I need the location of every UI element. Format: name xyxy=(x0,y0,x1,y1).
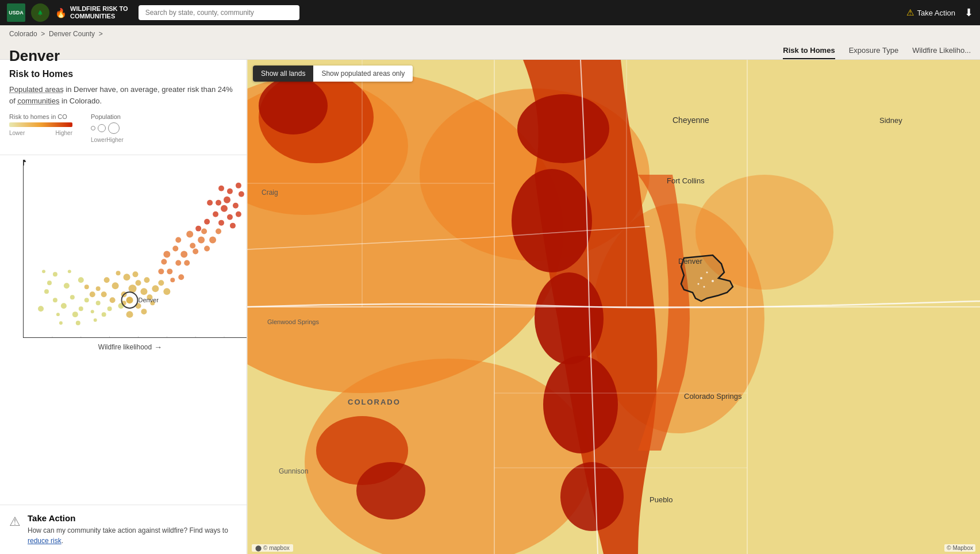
svg-point-60 xyxy=(186,231,193,238)
svg-text:Pueblo: Pueblo xyxy=(650,495,672,504)
svg-point-67 xyxy=(213,211,218,217)
svg-point-105 xyxy=(543,356,618,453)
tab-wildfire-likelihood[interactable]: Wildfire Likeliho... xyxy=(912,46,971,59)
svg-text:Sidney: Sidney xyxy=(879,116,902,125)
svg-text:Denver: Denver xyxy=(138,297,159,303)
svg-point-2 xyxy=(44,289,49,294)
svg-point-41 xyxy=(158,280,164,286)
svg-text:Colorado Springs: Colorado Springs xyxy=(684,392,742,401)
svg-point-78 xyxy=(227,188,233,194)
map-svg: Cheyenne Sidney Craig Fort Collins Denve… xyxy=(247,60,980,554)
svg-point-5 xyxy=(56,313,60,316)
svg-point-69 xyxy=(227,214,233,220)
risk-description: Populated areas in Denver have, on avera… xyxy=(9,84,237,106)
svg-point-63 xyxy=(178,274,184,280)
svg-point-17 xyxy=(78,277,84,283)
svg-point-22 xyxy=(94,318,97,322)
svg-point-29 xyxy=(110,297,116,303)
site-title: WILDFIRE RISK TO COMMUNITIES xyxy=(70,5,128,20)
svg-text:COLORADO: COLORADO xyxy=(348,398,401,406)
pop-circle-small xyxy=(91,126,95,130)
svg-text:Fort Collins: Fort Collins xyxy=(667,176,705,185)
svg-point-79 xyxy=(239,191,244,197)
svg-point-39 xyxy=(90,291,95,297)
flame-icon: 🔥 xyxy=(55,7,67,18)
risk-legend-sub: Lower Higher xyxy=(9,130,72,136)
population-legend: Population Lower Higher xyxy=(91,113,123,143)
tab-exposure-type[interactable]: Exposure Type xyxy=(849,46,898,59)
breadcrumb: Colorado > Denver County > xyxy=(9,29,103,38)
download-icon[interactable]: ⬇ xyxy=(964,6,973,19)
svg-point-37 xyxy=(104,277,110,283)
svg-point-14 xyxy=(42,270,45,273)
svg-point-10 xyxy=(72,311,78,317)
svg-point-124 xyxy=(704,286,705,288)
app-header: USDA 🌲 🔥 WILDFIRE RISK TO COMMUNITIES ⚠ … xyxy=(0,0,980,25)
mapbox-logo: ⬤ © mapbox xyxy=(252,544,293,552)
svg-point-70 xyxy=(218,220,224,226)
take-action-header-label: Take Action xyxy=(917,9,956,17)
show-populated-button[interactable]: Show populated areas only xyxy=(313,66,413,82)
pop-circle-medium xyxy=(98,124,106,132)
usda-logo: USDA xyxy=(7,3,25,22)
svg-point-77 xyxy=(207,200,213,206)
svg-point-108 xyxy=(259,77,328,134)
svg-point-8 xyxy=(64,283,70,288)
svg-point-57 xyxy=(209,237,216,244)
nav-tabs: Risk to Homes Exposure Type Wildfire Lik… xyxy=(783,46,971,59)
svg-point-27 xyxy=(136,280,141,286)
svg-point-53 xyxy=(198,237,205,244)
svg-point-55 xyxy=(184,260,190,266)
x-axis-label: Wildfire likelihood → xyxy=(23,343,237,352)
svg-text:Denver: Denver xyxy=(678,257,703,266)
svg-point-65 xyxy=(161,259,167,264)
svg-point-72 xyxy=(216,200,221,206)
svg-point-36 xyxy=(116,271,121,275)
svg-point-3 xyxy=(61,303,67,309)
page-title: Denver xyxy=(9,38,103,63)
svg-point-35 xyxy=(124,274,130,280)
take-action-description: How can my community take action against… xyxy=(28,525,237,546)
svg-point-52 xyxy=(190,243,195,249)
svg-point-33 xyxy=(144,277,149,283)
svg-point-12 xyxy=(96,301,101,305)
svg-point-110 xyxy=(356,462,425,520)
reduce-risk-link[interactable]: reduce risk xyxy=(28,537,62,545)
svg-point-28 xyxy=(140,288,147,295)
svg-point-26 xyxy=(129,284,137,293)
svg-point-123 xyxy=(712,280,714,282)
svg-point-48 xyxy=(175,260,181,266)
scatter-svg: Denver xyxy=(24,160,247,337)
svg-point-121 xyxy=(706,272,708,274)
arrow-icon: → xyxy=(154,343,162,352)
svg-point-9 xyxy=(84,298,89,302)
svg-point-76 xyxy=(195,226,201,232)
section-title: Risk to Homes xyxy=(9,69,237,79)
svg-point-21 xyxy=(76,321,80,325)
svg-text:Glenwood Springs: Glenwood Springs xyxy=(267,318,319,325)
svg-point-74 xyxy=(236,211,241,217)
show-all-lands-button[interactable]: Show all lands xyxy=(253,66,313,82)
svg-point-75 xyxy=(230,223,236,229)
svg-point-1 xyxy=(53,298,57,302)
take-action-header-button[interactable]: ⚠ Take Action xyxy=(906,7,956,18)
search-input[interactable] xyxy=(139,5,299,20)
legend: Risk to homes in CO Lower Higher Populat… xyxy=(9,113,237,143)
svg-point-104 xyxy=(535,272,604,364)
forest-service-logo: 🌲 xyxy=(31,3,49,22)
site-title-area: 🔥 WILDFIRE RISK TO COMMUNITIES xyxy=(55,5,128,20)
svg-point-50 xyxy=(172,246,178,252)
svg-point-47 xyxy=(167,268,172,274)
communities-link[interactable]: communities xyxy=(17,97,59,105)
map-area[interactable]: Show all lands Show populated areas only xyxy=(247,60,980,554)
subheader-left: Colorado > Denver County > Denver xyxy=(9,29,103,63)
mapbox-attribution: © Mapbox xyxy=(944,544,975,552)
svg-point-4 xyxy=(70,295,75,299)
breadcrumb-colorado[interactable]: Colorado xyxy=(9,30,37,38)
svg-point-32 xyxy=(152,285,159,292)
svg-point-13 xyxy=(107,306,112,311)
tab-risk-to-homes[interactable]: Risk to Homes xyxy=(783,46,835,59)
take-action-icon: ⚠ xyxy=(9,514,21,529)
risk-gradient-bar xyxy=(9,122,72,127)
breadcrumb-denver-county[interactable]: Denver County xyxy=(49,30,95,38)
